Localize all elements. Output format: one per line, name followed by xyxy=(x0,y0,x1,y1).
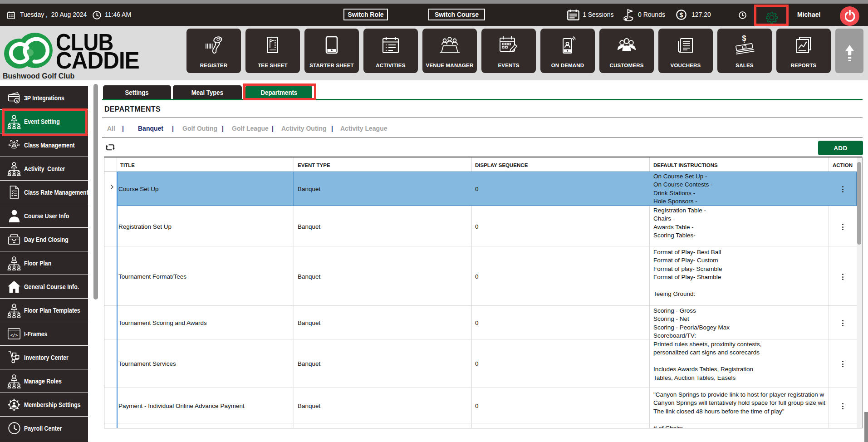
svg-text:$: $ xyxy=(680,11,683,19)
svg-text:$: $ xyxy=(742,35,746,42)
